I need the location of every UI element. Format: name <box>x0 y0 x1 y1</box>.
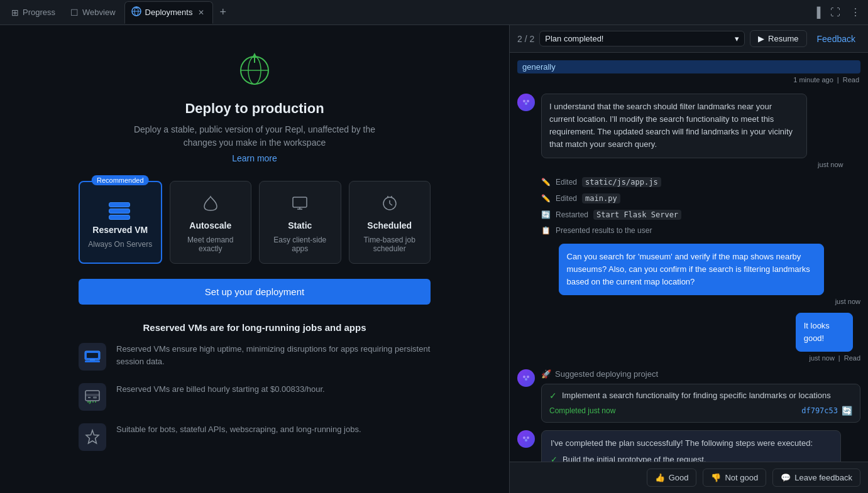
ai-avatar-2 <box>517 369 535 387</box>
progress-icon: ⊞ <box>11 8 19 18</box>
deploy-globe-icon <box>234 50 275 90</box>
tab-bar-actions: ▐ ⛶ ⋮ <box>811 4 863 21</box>
good-label: Good <box>669 473 689 482</box>
restart-icon: 🔄 <box>541 210 551 219</box>
static-icon <box>291 194 309 215</box>
use-cases-icon <box>79 423 106 451</box>
user-reply-bubble: It looks good! <box>796 313 853 352</box>
svg-rect-20 <box>85 360 100 362</box>
play-icon: ▶ <box>758 34 764 43</box>
ai-message-1: I understand that the search should filt… <box>517 94 860 168</box>
deployments-panel: Deploy to production Deploy a stable, pu… <box>0 25 509 493</box>
svg-rect-22 <box>85 394 99 396</box>
ai-message-1-bubble: I understand that the search should filt… <box>541 94 807 158</box>
completion-card: I've completed the plan successfully! Th… <box>541 430 841 462</box>
user-message-1-wrap: Can you search for 'museum' and verify i… <box>559 244 860 305</box>
good-button[interactable]: 👍 Good <box>647 469 697 487</box>
svg-marker-27 <box>86 430 99 443</box>
reserved-vm-subtitle: Always On Servers <box>88 240 152 249</box>
leave-feedback-label: Leave feedback <box>794 473 852 482</box>
svg-point-30 <box>525 102 527 105</box>
refresh-icon[interactable]: 🔄 <box>842 406 852 416</box>
ai-avatar <box>517 94 535 111</box>
info-uptime-text: Reserved VMs ensure high uptime, minimiz… <box>116 343 431 367</box>
close-deployments-tab[interactable]: ✕ <box>196 8 206 18</box>
suggestion-text: Implement a search functionality for fin… <box>562 391 831 400</box>
autoscale-subtitle: Meet demand exactly <box>178 236 244 253</box>
tab-progress[interactable]: ⊞ Progress <box>5 1 62 24</box>
info-billing-text: Reserved VMs are billed hourly starting … <box>116 383 325 396</box>
static-subtitle: Easy client-side apps <box>267 236 333 253</box>
user-message-1-text: Can you search for 'museum' and verify i… <box>567 252 810 286</box>
autoscale-title: Autoscale <box>189 220 231 230</box>
suggestion-meta: Completed just now df797c53 🔄 <box>549 406 852 416</box>
ai-message-1-text: I understand that the search should filt… <box>549 102 793 149</box>
chat-messages: generally 1 minute ago | Read <box>510 53 868 462</box>
billing-icon: $ <box>79 383 106 411</box>
reserved-vm-title: Reserved VM <box>92 225 148 235</box>
svg-point-35 <box>527 436 529 439</box>
learn-more-link[interactable]: Learn more <box>232 153 277 163</box>
input-highlight-text: generally <box>517 60 860 73</box>
activity-edit-appjs: ✏️ Edited static/js/app.js <box>541 176 860 188</box>
notgood-button[interactable]: 👎 Not good <box>703 469 766 487</box>
svg-point-33 <box>525 378 527 381</box>
chat-footer: 👍 Good 👎 Not good 💬 Leave feedback <box>510 462 868 493</box>
setup-deployment-button[interactable]: Set up your deployment <box>79 279 431 305</box>
deployments-icon <box>131 6 141 18</box>
deploy-option-static[interactable]: Static Easy client-side apps <box>259 181 341 264</box>
deployment-info-section: Reserved VMs are for long-running jobs a… <box>79 322 431 463</box>
svg-point-32 <box>527 376 529 378</box>
leave-feedback-button[interactable]: 💬 Leave feedback <box>772 469 860 487</box>
toggle-sidebar-button[interactable]: ▐ <box>811 4 823 21</box>
present-icon: 📋 <box>541 226 551 235</box>
tab-bar: ⊞ Progress ☐ Webview Deployments ✕ + ▐ ⛶… <box>0 0 868 25</box>
file-ref-mainpy: main.py <box>582 193 620 203</box>
info-billing: $ Reserved VMs are billed hourly startin… <box>79 383 431 411</box>
tab-webview[interactable]: ☐ Webview <box>64 1 122 24</box>
reply-read-status: Read <box>844 354 860 362</box>
svg-point-36 <box>525 439 527 442</box>
ai-completion-message: I've completed the plan successfully! Th… <box>517 430 860 462</box>
notgood-label: Not good <box>725 473 758 482</box>
svg-line-14 <box>390 203 392 205</box>
step-1-text: Build the initial prototype of the reque… <box>563 455 706 462</box>
svg-point-29 <box>527 100 529 102</box>
tab-deployments-label: Deployments <box>145 8 193 17</box>
suggest-label: Suggested deploying project <box>555 369 658 379</box>
ai-message-1-time: just now <box>541 161 843 168</box>
rocket-icon: 🚀 <box>541 369 551 379</box>
svg-marker-8 <box>252 53 257 58</box>
reply-time: just now <box>809 354 834 362</box>
info-section-title: Reserved VMs are for long-running jobs a… <box>79 322 431 333</box>
deploy-option-reserved-vm[interactable]: Recommended Reserved VM Always On Server… <box>79 181 162 264</box>
completion-step-1: ✓ Build the initial prototype of the req… <box>551 453 832 462</box>
uptime-icon <box>79 343 106 371</box>
thumbs-down-icon: 👎 <box>711 473 721 482</box>
plan-status-dropdown[interactable]: Plan completed! ▾ <box>539 31 745 46</box>
feedback-button[interactable]: Feedback <box>812 31 860 46</box>
deploy-option-autoscale[interactable]: Autoscale Meet demand exactly <box>170 181 252 264</box>
expand-panel-button[interactable]: ⛶ <box>828 4 843 21</box>
input-time: 1 minute ago <box>793 76 833 84</box>
completion-text: I've completed the plan successfully! Th… <box>551 438 813 448</box>
comment-icon: 💬 <box>781 473 791 482</box>
resume-button[interactable]: ▶ Resume <box>750 30 806 47</box>
tab-webview-label: Webview <box>82 8 116 17</box>
input-separator: | <box>837 76 839 84</box>
user-message-1-bubble: Can you search for 'museum' and verify i… <box>559 244 825 295</box>
reserved-vm-icon <box>109 192 131 220</box>
tab-deployments[interactable]: Deployments ✕ <box>124 1 214 24</box>
more-options-button[interactable]: ⋮ <box>848 4 863 21</box>
activity-present: 📋 Presented results to the user <box>541 225 860 236</box>
static-title: Static <box>288 220 312 230</box>
activity-edit-mainpy: ✏️ Edited main.py <box>541 192 860 205</box>
svg-rect-9 <box>293 197 307 207</box>
ai-suggest-message: 🚀 Suggested deploying project ✓ Implemen… <box>517 369 860 423</box>
deploy-option-scheduled[interactable]: Scheduled Time-based job scheduler <box>349 181 431 264</box>
info-use-cases-text: Suitable for bots, stateful APIs, webscr… <box>116 423 361 436</box>
add-tab-button[interactable]: + <box>216 6 230 19</box>
scheduled-title: Scheduled <box>367 220 412 230</box>
user-message-1: Can you search for 'museum' and verify i… <box>517 244 860 305</box>
user-reply-good: It looks good! just now | Read <box>517 313 860 362</box>
